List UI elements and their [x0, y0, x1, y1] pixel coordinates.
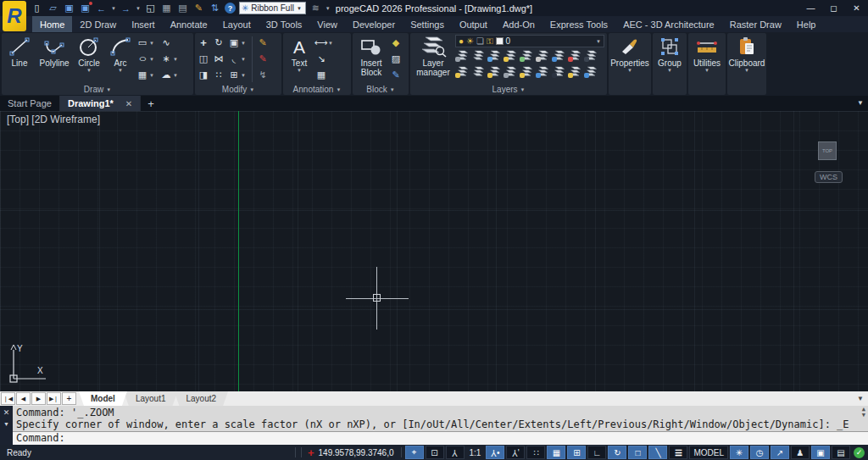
properties-caret-icon[interactable]: ▼: [627, 68, 632, 73]
rectangle-icon[interactable]: ▭: [136, 38, 149, 47]
layer-translate-icon[interactable]: [584, 64, 600, 79]
qat-customize-caret-icon[interactable]: ▼: [326, 6, 331, 11]
ribbon-tab-home[interactable]: Home: [32, 16, 72, 32]
dimension-icon[interactable]: ⟷: [314, 38, 328, 47]
ribbon-tab-layout[interactable]: Layout: [215, 16, 259, 32]
layer-off-icon[interactable]: [471, 48, 487, 63]
draw-order-icon[interactable]: ☰: [669, 446, 687, 459]
redo-caret-icon[interactable]: ▼: [136, 6, 141, 11]
layer-current-icon[interactable]: [536, 64, 552, 79]
view-cube[interactable]: TOP: [818, 141, 837, 160]
copy-caret-icon[interactable]: ▼: [241, 41, 248, 46]
match-properties-icon[interactable]: ✎: [192, 2, 205, 14]
polyline-button[interactable]: Polyline: [36, 35, 72, 84]
layer-filter-icon[interactable]: [455, 48, 471, 63]
close-command-icon[interactable]: ✕: [3, 408, 10, 417]
hatch-caret-icon[interactable]: ▼: [149, 73, 154, 78]
ribbon-tab-aec-3d-architecture[interactable]: AEC - 3D Architecture: [615, 16, 722, 32]
polar-snap-icon[interactable]: Y': [506, 446, 525, 459]
layer-previous-icon[interactable]: [536, 48, 552, 63]
point-caret-icon[interactable]: ▼: [173, 57, 178, 62]
scale-icon[interactable]: ◨: [197, 70, 210, 80]
ellipse-icon[interactable]: ○: [136, 54, 149, 64]
viewport-label[interactable]: [Top] [2D Wireframe]: [7, 114, 100, 125]
circle-caret-icon[interactable]: ▼: [86, 68, 92, 73]
first-tab-button[interactable]: ❘◀: [1, 392, 15, 405]
layer-walk-icon[interactable]: [471, 64, 487, 79]
lwt-icon[interactable]: ╲: [648, 446, 667, 459]
ribbon-tab-2d-draw[interactable]: 2D Draw: [72, 16, 124, 32]
align-icon[interactable]: ⊞: [227, 70, 241, 80]
ribbon-tab-3d-tools[interactable]: 3D Tools: [259, 16, 310, 32]
grid-icon[interactable]: ▦: [547, 446, 565, 459]
new-file-icon[interactable]: ▯: [31, 2, 43, 14]
layer-unlock-icon[interactable]: [504, 64, 520, 79]
ribbon-tab-annotate[interactable]: Annotate: [163, 16, 215, 32]
dimension-caret-icon[interactable]: ▼: [328, 41, 333, 46]
block-group-label[interactable]: Block▼: [354, 84, 407, 95]
app-logo[interactable]: R: [3, 1, 26, 31]
text-caret-icon[interactable]: ▼: [297, 68, 302, 73]
next-tab-button[interactable]: ▶: [31, 392, 46, 405]
last-tab-button[interactable]: ▶❘: [47, 392, 61, 405]
point-icon[interactable]: ∗: [159, 54, 173, 64]
otrack-icon[interactable]: □: [628, 446, 647, 459]
undo-icon[interactable]: ←: [95, 2, 108, 14]
layer-delete-icon[interactable]: [568, 48, 584, 63]
layer-states-icon[interactable]: [584, 48, 600, 63]
scale-indicator[interactable]: 1:1: [466, 448, 485, 457]
layers-group-label[interactable]: Layers▼: [412, 84, 605, 95]
plot-preview-icon[interactable]: ◱: [144, 2, 157, 14]
mirror-icon[interactable]: ⋈: [212, 54, 225, 64]
properties-button[interactable]: Properties ▼: [610, 35, 649, 95]
esnap-icon[interactable]: Y: [446, 446, 465, 459]
layer-restore-icon[interactable]: [552, 64, 568, 79]
ellipse-caret-icon[interactable]: ▼: [149, 57, 154, 62]
ribbon-tab-help[interactable]: Help: [789, 16, 824, 32]
block-editor-icon[interactable]: ✎: [389, 70, 403, 80]
trim-icon[interactable]: ✎: [256, 38, 270, 47]
help-icon[interactable]: ?: [225, 3, 236, 14]
command-input[interactable]: Command:: [13, 431, 868, 445]
tab-model[interactable]: Model: [79, 391, 127, 406]
rotate-icon[interactable]: ↻: [212, 38, 225, 47]
spline-icon[interactable]: ∿: [159, 38, 173, 47]
ribbon-tab-insert[interactable]: Insert: [124, 16, 163, 32]
array-icon[interactable]: ∷: [212, 70, 225, 80]
hatch-icon[interactable]: ▦: [136, 70, 149, 80]
align-caret-icon[interactable]: ▼: [241, 73, 248, 78]
insert-block-button[interactable]: Insert Block: [354, 35, 388, 84]
save-as-icon[interactable]: ▣: [79, 2, 92, 14]
space-toggle[interactable]: MODEL: [689, 446, 728, 459]
status-ok-icon[interactable]: ✓: [854, 447, 865, 458]
leader-icon[interactable]: ↘: [314, 54, 328, 64]
text-button[interactable]: A Text ▼: [285, 35, 314, 84]
pickbox-icon[interactable]: ⊡: [426, 446, 444, 459]
ortho-icon[interactable]: ∟: [587, 446, 606, 459]
stretch-icon[interactable]: ◫: [197, 54, 210, 64]
circle-button[interactable]: Circle ▼: [73, 35, 105, 84]
open-folder-icon[interactable]: ▱: [47, 2, 59, 14]
arc-button[interactable]: Arc ▼: [106, 35, 135, 84]
close-button[interactable]: ✕: [845, 0, 868, 16]
create-block-icon[interactable]: ◆: [389, 38, 403, 47]
new-tab-button[interactable]: +: [141, 96, 161, 111]
snap-icon[interactable]: ⌖: [405, 446, 424, 459]
drawing-viewport[interactable]: [Top] [2D Wireframe] TOP WCS Y X: [0, 111, 868, 391]
redo-icon[interactable]: →: [120, 2, 132, 14]
settings-gear-icon[interactable]: ✳: [730, 446, 748, 459]
layer-on-icon[interactable]: [455, 64, 471, 79]
layer-thaw-icon[interactable]: [487, 64, 504, 79]
revision-cloud-caret-icon[interactable]: ▼: [173, 73, 178, 78]
doc-tab-drawing1[interactable]: Drawing1* ✕: [60, 96, 141, 111]
add-layout-button[interactable]: +: [62, 392, 76, 405]
group-caret-icon[interactable]: ▼: [667, 68, 672, 73]
coordinates-readout[interactable]: 149.9578,99.3746,0: [319, 448, 394, 457]
close-tab-icon[interactable]: ✕: [125, 99, 132, 108]
prev-tab-button[interactable]: ◀: [16, 392, 31, 405]
layer-isolate-icon[interactable]: [520, 48, 536, 63]
arc-caret-icon[interactable]: ▼: [118, 68, 123, 73]
undo-caret-icon[interactable]: ▼: [111, 6, 116, 11]
command-list-icon[interactable]: ▤: [832, 446, 850, 459]
doc-tab-start-page[interactable]: Start Page: [0, 96, 60, 111]
